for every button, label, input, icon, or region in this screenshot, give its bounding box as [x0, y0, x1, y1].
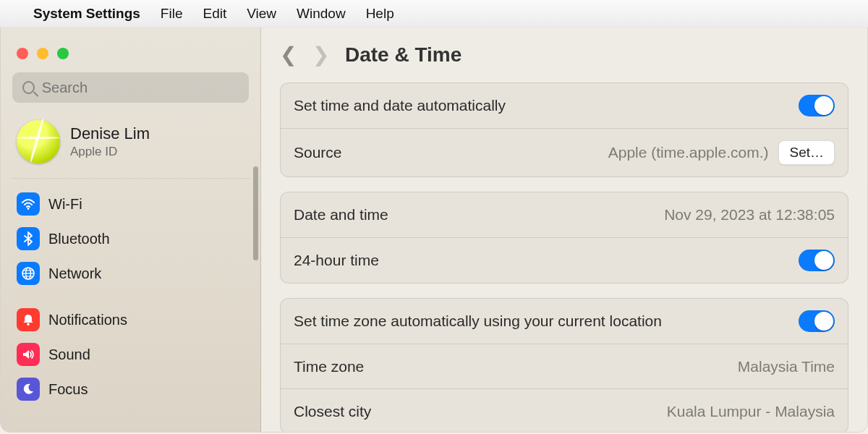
row-closest-city: Closest city Kuala Lumpur - Malaysia	[281, 388, 848, 432]
row-datetime: Date and time Nov 29, 2023 at 12:38:05	[281, 192, 848, 237]
minimize-window-button[interactable]	[37, 48, 48, 59]
group-timezone: Set time zone automatically using your c…	[280, 298, 848, 432]
nav-back-button[interactable]: ❮	[280, 45, 297, 65]
sidebar-scrollbar[interactable]	[253, 166, 258, 260]
avatar	[17, 120, 60, 163]
toggle-tz-auto[interactable]	[799, 310, 835, 332]
row-label: Time zone	[294, 358, 364, 375]
svg-point-6	[27, 323, 29, 326]
group-time-source: Set time and date automatically Source A…	[280, 82, 848, 177]
sidebar-item-label: Notifications	[48, 312, 127, 328]
sidebar-item-label: Wi-Fi	[48, 196, 82, 213]
sidebar-item-label: Focus	[48, 381, 88, 398]
fullscreen-window-button[interactable]	[57, 48, 69, 59]
row-label: Source	[294, 144, 342, 161]
row-24hour: 24-hour time	[281, 237, 848, 283]
moon-icon	[17, 378, 40, 401]
toggle-auto-time[interactable]	[799, 95, 835, 116]
toggle-24hour[interactable]	[799, 250, 835, 271]
closest-city-value: Kuala Lumpur - Malaysia	[667, 403, 835, 420]
menu-help[interactable]: Help	[366, 6, 394, 22]
datetime-value: Nov 29, 2023 at 12:38:05	[664, 206, 835, 224]
account-name: Denise Lim	[70, 124, 150, 143]
sidebar-item-focus[interactable]: Focus	[11, 373, 250, 406]
row-timezone: Time zone Malaysia Time	[281, 344, 848, 388]
row-label: Closest city	[294, 403, 371, 420]
menu-edit[interactable]: Edit	[203, 6, 226, 22]
menu-window[interactable]: Window	[297, 6, 346, 22]
row-label: Date and time	[294, 206, 388, 224]
close-window-button[interactable]	[17, 48, 28, 59]
sidebar-item-network[interactable]: Network	[11, 257, 250, 290]
sidebar-item-bluetooth[interactable]: Bluetooth	[11, 222, 250, 255]
bluetooth-icon	[17, 227, 40, 250]
sidebar-item-notifications[interactable]: Notifications	[11, 303, 250, 336]
content-header: ❮ ❯ Date & Time	[280, 43, 848, 67]
row-label: 24-hour time	[294, 252, 379, 269]
wifi-icon	[17, 192, 40, 216]
speaker-icon	[17, 343, 40, 366]
row-label: Set time and date automatically	[294, 97, 506, 114]
search-field[interactable]	[12, 72, 249, 103]
row-source: Source Apple (time.apple.com.) Set…	[281, 128, 848, 176]
source-value: Apple (time.apple.com.)	[608, 144, 769, 161]
sidebar: Denise Lim Apple ID Wi-Fi Bluetooth	[1, 27, 261, 432]
menubar-app-name[interactable]: System Settings	[33, 6, 140, 22]
svg-point-0	[27, 208, 30, 210]
globe-icon	[17, 262, 40, 285]
sidebar-item-label: Network	[48, 265, 101, 282]
sidebar-item-wifi[interactable]: Wi-Fi	[11, 187, 250, 221]
menu-file[interactable]: File	[161, 6, 183, 22]
search-input[interactable]	[42, 80, 239, 96]
row-label: Set time zone automatically using your c…	[294, 312, 662, 330]
sidebar-item-label: Sound	[48, 346, 90, 363]
window-controls	[17, 48, 250, 59]
timezone-value: Malaysia Time	[738, 358, 835, 375]
account-row[interactable]: Denise Lim Apple ID	[11, 116, 250, 179]
menu-view[interactable]: View	[247, 6, 276, 22]
menubar: System Settings File Edit View Window He…	[0, 0, 868, 27]
nav-forward-button[interactable]: ❯	[312, 45, 329, 65]
set-source-button[interactable]: Set…	[778, 140, 835, 165]
row-tz-auto: Set time zone automatically using your c…	[281, 299, 848, 344]
sidebar-list: Wi-Fi Bluetooth Network Notifications	[11, 187, 250, 406]
account-subtitle: Apple ID	[70, 145, 150, 159]
settings-window: Denise Lim Apple ID Wi-Fi Bluetooth	[0, 27, 868, 433]
content-pane: ❮ ❯ Date & Time Set time and date automa…	[261, 27, 867, 432]
search-icon	[22, 81, 35, 94]
group-datetime: Date and time Nov 29, 2023 at 12:38:05 2…	[280, 192, 848, 284]
row-auto-time: Set time and date automatically	[281, 83, 848, 128]
bell-icon	[17, 308, 40, 331]
sidebar-item-label: Bluetooth	[48, 231, 110, 247]
page-title: Date & Time	[345, 43, 461, 67]
sidebar-separator	[11, 292, 250, 302]
sidebar-item-sound[interactable]: Sound	[11, 338, 250, 371]
